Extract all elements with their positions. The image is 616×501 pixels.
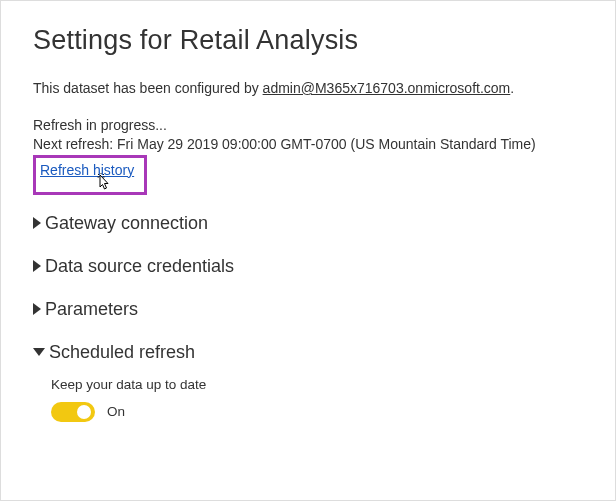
scheduled-refresh-toggle[interactable] [51,402,95,422]
config-suffix: . [510,80,514,96]
caret-right-icon [33,260,41,272]
keep-data-up-to-date-label: Keep your data up to date [51,377,583,392]
section-label: Data source credentials [45,256,234,277]
scheduled-refresh-toggle-row: On [51,402,583,422]
section-gateway-connection[interactable]: Gateway connection [33,213,583,234]
refresh-history-link[interactable]: Refresh history [40,162,134,178]
caret-down-icon [33,348,45,356]
configured-by-text: This dataset has been configured by admi… [33,80,583,96]
refresh-history-highlight: Refresh history [33,155,147,195]
section-data-source-credentials[interactable]: Data source credentials [33,256,583,277]
refresh-status-block: Refresh in progress... Next refresh: Fri… [33,116,583,195]
admin-email-link[interactable]: admin@M365x716703.onmicrosoft.com [263,80,511,96]
section-scheduled-refresh[interactable]: Scheduled refresh [33,342,583,363]
refresh-progress-text: Refresh in progress... [33,116,583,135]
section-label: Gateway connection [45,213,208,234]
section-label: Parameters [45,299,138,320]
toggle-knob [77,405,91,419]
section-label: Scheduled refresh [49,342,195,363]
toggle-state-label: On [107,404,125,419]
section-parameters[interactable]: Parameters [33,299,583,320]
caret-right-icon [33,217,41,229]
next-refresh-text: Next refresh: Fri May 29 2019 09:00:00 G… [33,135,583,154]
caret-right-icon [33,303,41,315]
page-title: Settings for Retail Analysis [33,25,583,56]
config-prefix: This dataset has been configured by [33,80,263,96]
